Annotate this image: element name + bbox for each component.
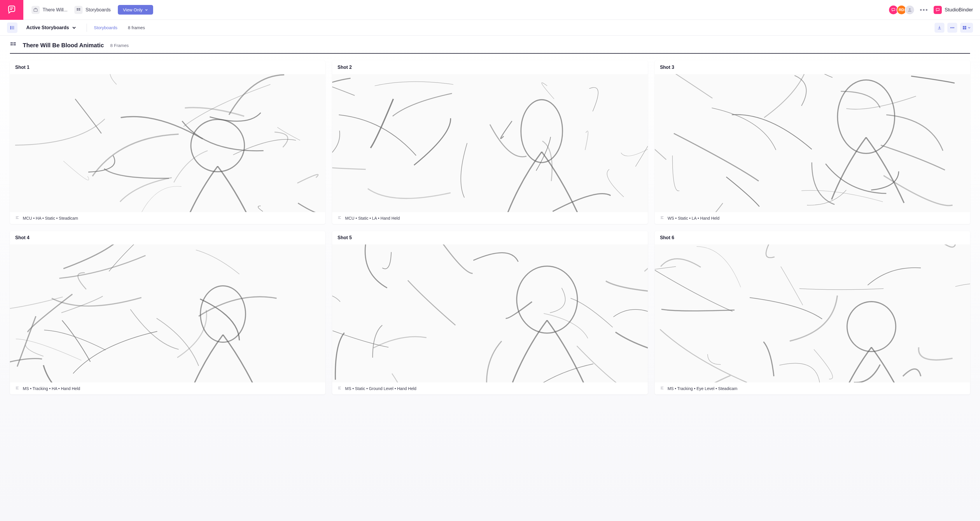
grid-icon bbox=[10, 41, 16, 49]
svg-rect-12 bbox=[11, 42, 13, 44]
svg-rect-8 bbox=[963, 26, 964, 27]
shot-meta-row: MCU • Static • LA • Hand Held bbox=[332, 212, 648, 224]
avatar-placeholder[interactable] bbox=[905, 5, 915, 15]
nav-items: There Will... Storyboards View Only bbox=[32, 5, 888, 14]
shot-thumbnail[interactable] bbox=[655, 244, 970, 382]
shot-label: Shot 2 bbox=[332, 61, 648, 74]
shot-card[interactable]: Shot 5 MS • Static • Ground Level • Hand… bbox=[332, 231, 648, 394]
content: There Will Be Blood Animatic 8 Frames Sh… bbox=[0, 36, 980, 521]
avatar-label: RD bbox=[899, 8, 904, 12]
shot-meta: MS • Tracking • HA • Hand Held bbox=[23, 386, 80, 391]
grid-icon bbox=[75, 6, 83, 14]
shot-meta-row: MS • Tracking • Eye Level • Steadicam bbox=[655, 382, 970, 394]
subbar-left: Active Storyboards Storyboards 8 frames bbox=[7, 22, 145, 33]
export-pdf-button[interactable] bbox=[934, 23, 944, 33]
grid-icon bbox=[963, 25, 967, 30]
shot-label: Shot 1 bbox=[10, 61, 325, 74]
shot-label: Shot 3 bbox=[655, 61, 970, 74]
section-breadcrumb[interactable]: Storyboards bbox=[75, 6, 111, 14]
chevron-down-icon bbox=[72, 25, 76, 30]
svg-rect-9 bbox=[965, 26, 966, 27]
dropdown-label: Active Storyboards bbox=[26, 25, 69, 30]
project-name: There Will... bbox=[43, 7, 67, 13]
chat-icon bbox=[7, 5, 16, 14]
dots-icon: ••• bbox=[950, 25, 955, 30]
shot-thumbnail[interactable] bbox=[655, 74, 970, 212]
svg-rect-2 bbox=[79, 8, 80, 9]
shot-card[interactable]: Shot 1 MCU • HA • Static • Steadicam bbox=[10, 61, 325, 224]
shot-meta-row: MCU • HA • Static • Steadicam bbox=[10, 212, 325, 224]
layout-toggle[interactable] bbox=[960, 23, 973, 33]
project-breadcrumb[interactable]: There Will... bbox=[32, 6, 67, 14]
sidebar-toggle-button[interactable] bbox=[7, 22, 18, 33]
shot-card[interactable]: Shot 6 MS • Tracking • Eye Level • Stead… bbox=[655, 231, 970, 394]
chevron-down-icon bbox=[145, 8, 148, 11]
view-mode-label: View Only bbox=[123, 7, 143, 12]
frames-count: 8 frames bbox=[128, 25, 145, 30]
shot-thumbnail[interactable] bbox=[332, 74, 648, 212]
shot-label: Shot 6 bbox=[655, 231, 970, 244]
section-name: Storyboards bbox=[86, 7, 111, 13]
shot-meta: MS • Static • Ground Level • Hand Held bbox=[345, 386, 416, 391]
shot-meta: MS • Tracking • Eye Level • Steadicam bbox=[668, 386, 738, 391]
svg-rect-1 bbox=[77, 8, 78, 9]
shot-grid: Shot 1 MCU • HA • Static • Steadicam Sho… bbox=[10, 61, 970, 394]
user-icon bbox=[907, 7, 912, 13]
notes-icon bbox=[660, 386, 664, 391]
shot-card[interactable]: Shot 4 MS • Tracking • HA • Hand Held bbox=[10, 231, 325, 394]
notes-icon bbox=[337, 386, 342, 391]
svg-rect-20 bbox=[655, 74, 970, 212]
storyboard-dropdown[interactable]: Active Storyboards bbox=[23, 23, 80, 32]
shot-thumbnail[interactable] bbox=[10, 74, 325, 212]
svg-rect-16 bbox=[10, 74, 325, 212]
svg-point-5 bbox=[909, 8, 911, 10]
panel-icon bbox=[10, 25, 15, 30]
page-title: There Will Be Blood Animatic bbox=[23, 42, 104, 49]
svg-rect-22 bbox=[10, 244, 325, 382]
shot-meta-row: MS • Tracking • HA • Hand Held bbox=[10, 382, 325, 394]
shot-meta-row: MS • Static • Ground Level • Hand Held bbox=[332, 382, 648, 394]
svg-rect-18 bbox=[332, 74, 648, 212]
avatar-stack[interactable]: RD bbox=[888, 5, 915, 15]
shot-thumbnail[interactable] bbox=[10, 244, 325, 382]
svg-rect-7 bbox=[12, 26, 14, 29]
svg-rect-13 bbox=[13, 42, 16, 44]
page-subtitle: 8 Frames bbox=[110, 43, 129, 48]
svg-rect-10 bbox=[963, 28, 964, 29]
shot-meta: MCU • HA • Static • Steadicam bbox=[23, 216, 78, 220]
brand-label: StudioBinder bbox=[945, 7, 973, 13]
svg-rect-6 bbox=[10, 26, 11, 29]
topbar-right: RD ••• StudioBinder bbox=[888, 5, 973, 15]
subbar: Active Storyboards Storyboards 8 frames … bbox=[0, 20, 980, 36]
brand[interactable]: StudioBinder bbox=[934, 6, 973, 14]
svg-rect-4 bbox=[79, 10, 80, 10]
title-row: There Will Be Blood Animatic 8 Frames bbox=[10, 41, 970, 54]
svg-rect-0 bbox=[34, 9, 37, 11]
shot-card[interactable]: Shot 3 WS • Static • LA • Hand Held bbox=[655, 61, 970, 224]
shot-meta-row: WS • Static • LA • Hand Held bbox=[655, 212, 970, 224]
notes-icon bbox=[660, 215, 664, 220]
shot-label: Shot 4 bbox=[10, 231, 325, 244]
svg-rect-3 bbox=[77, 10, 78, 10]
svg-rect-15 bbox=[13, 44, 16, 46]
shot-card[interactable]: Shot 2 MCU • Static • LA • Hand Held bbox=[332, 61, 648, 224]
storyboards-link[interactable]: Storyboards bbox=[94, 25, 118, 30]
app-logo[interactable] bbox=[0, 0, 23, 20]
shot-thumbnail[interactable] bbox=[332, 244, 648, 382]
notes-icon bbox=[15, 386, 19, 391]
brand-icon bbox=[934, 6, 942, 14]
topbar: There Will... Storyboards View Only RD •… bbox=[0, 0, 980, 20]
svg-rect-11 bbox=[965, 28, 966, 29]
notes-icon bbox=[15, 215, 19, 220]
chevron-down-icon bbox=[968, 26, 970, 29]
view-mode-button[interactable]: View Only bbox=[118, 5, 153, 14]
more-options-button[interactable]: ••• bbox=[947, 23, 957, 33]
subbar-right: ••• bbox=[934, 23, 973, 33]
shot-meta: WS • Static • LA • Hand Held bbox=[668, 216, 719, 220]
download-icon bbox=[937, 25, 942, 30]
chat-icon bbox=[891, 8, 896, 12]
shot-label: Shot 5 bbox=[332, 231, 648, 244]
briefcase-icon bbox=[32, 6, 40, 14]
more-menu[interactable]: ••• bbox=[920, 6, 928, 14]
notes-icon bbox=[337, 215, 342, 220]
